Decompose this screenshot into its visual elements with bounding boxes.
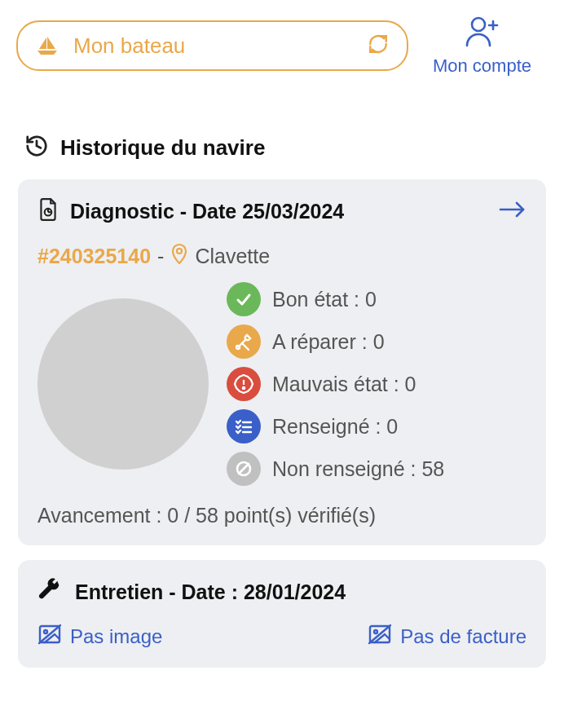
stat-bad-label: Mauvais état : 0 xyxy=(272,373,416,396)
app-header: Mon bateau Mon compte xyxy=(0,0,564,85)
boat-selector-label: Mon bateau xyxy=(73,33,353,59)
svg-point-18 xyxy=(44,630,47,633)
stat-unfilled: Non renseigné : 58 xyxy=(227,452,527,486)
stat-filled: Renseigné : 0 xyxy=(227,409,527,443)
no-image-icon xyxy=(37,624,62,650)
empty-icon xyxy=(227,452,261,486)
stat-repair-label: A réparer : 0 xyxy=(272,330,385,354)
stat-bad: Mauvais état : 0 xyxy=(227,367,527,401)
no-bill-icon xyxy=(368,624,392,650)
stat-good: Bon état : 0 xyxy=(227,282,527,316)
wrench-icon xyxy=(37,578,62,606)
check-icon xyxy=(227,282,261,316)
svg-point-11 xyxy=(243,387,245,389)
stat-good-label: Bon état : 0 xyxy=(272,288,377,311)
diagnostic-progress: Avancement : 0 / 58 point(s) vérifié(s) xyxy=(37,504,527,527)
account-button[interactable]: Mon compte xyxy=(433,15,548,77)
no-image-label: Pas image xyxy=(70,625,162,648)
section-header: Historique du navire xyxy=(0,85,564,173)
svg-point-7 xyxy=(177,249,182,254)
diagnostic-id: #240325140 xyxy=(37,245,151,268)
arrow-right-icon[interactable] xyxy=(499,200,527,223)
diagnostic-location: Clavette xyxy=(195,245,270,268)
svg-point-21 xyxy=(374,630,377,633)
svg-line-22 xyxy=(369,625,390,643)
no-bill-link[interactable]: Pas de facture xyxy=(368,624,527,650)
stat-unfilled-label: Non renseigné : 58 xyxy=(272,457,444,481)
avatar xyxy=(37,298,209,470)
svg-point-8 xyxy=(236,346,240,349)
diagnostic-stats-row: Bon état : 0 A réparer : 0 Mauvais état … xyxy=(37,282,527,486)
account-label: Mon compte xyxy=(433,55,531,77)
maintenance-footer: Pas image Pas de facture xyxy=(37,624,527,650)
maintenance-card-header: Entretien - Date : 28/01/2024 xyxy=(37,578,527,606)
checklist-icon xyxy=(227,409,261,443)
svg-line-19 xyxy=(39,625,60,643)
diagnostic-title: Diagnostic - Date 25/03/2024 xyxy=(70,200,487,223)
document-icon xyxy=(37,197,59,225)
svg-line-16 xyxy=(239,464,249,474)
maintenance-card[interactable]: Entretien - Date : 28/01/2024 Pas image … xyxy=(18,560,546,668)
diagnostic-card[interactable]: Diagnostic - Date 25/03/2024 #240325140 … xyxy=(18,179,546,545)
maintenance-title: Entretien - Date : 28/01/2024 xyxy=(75,580,527,604)
user-add-icon xyxy=(462,15,501,51)
history-icon xyxy=(24,134,49,161)
stat-filled-label: Renseigné : 0 xyxy=(272,415,398,439)
diagnostic-card-header: Diagnostic - Date 25/03/2024 xyxy=(37,197,527,225)
location-pin-icon xyxy=(170,243,188,269)
no-bill-label: Pas de facture xyxy=(400,625,527,648)
boat-icon xyxy=(36,35,59,56)
no-image-link[interactable]: Pas image xyxy=(37,624,162,650)
refresh-icon[interactable] xyxy=(368,33,389,58)
separator: - xyxy=(157,245,164,268)
svg-point-0 xyxy=(472,18,485,31)
stat-repair: A réparer : 0 xyxy=(227,324,527,359)
alert-icon xyxy=(227,367,261,401)
boat-selector[interactable]: Mon bateau xyxy=(16,20,408,71)
section-title: Historique du navire xyxy=(60,135,265,161)
tools-icon xyxy=(227,324,261,359)
diagnostic-stats: Bon état : 0 A réparer : 0 Mauvais état … xyxy=(227,282,527,486)
diagnostic-subline: #240325140 - Clavette xyxy=(37,243,527,269)
